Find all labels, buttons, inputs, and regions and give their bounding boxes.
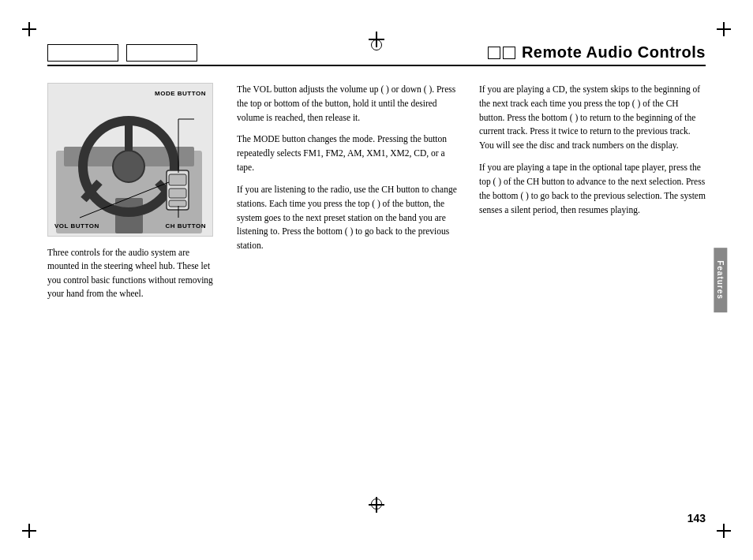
main-content: MODE BUTTON xyxy=(47,83,706,497)
header-tab-2 xyxy=(126,44,197,62)
header: Remote Audio Controls xyxy=(47,43,706,66)
columns-layout: MODE BUTTON xyxy=(47,83,706,497)
corner-mark-tr xyxy=(715,22,731,38)
ch-radio-description: If you are listening to the radio, use t… xyxy=(237,183,463,253)
cd-description: If you are playing a CD, the system skip… xyxy=(479,83,706,153)
header-squares xyxy=(488,47,515,59)
header-tab-1 xyxy=(47,44,118,62)
svg-rect-9 xyxy=(169,174,186,185)
corner-mark-tl xyxy=(22,22,38,38)
header-right: Remote Audio Controls xyxy=(488,43,706,62)
caption-text: Three controls for the audio system are … xyxy=(47,246,221,301)
tape-description: If you are playing a tape in the optiona… xyxy=(479,161,706,217)
features-sidebar-label: Features xyxy=(714,248,728,312)
ch-button-label: CH BUTTON xyxy=(166,222,206,230)
corner-mark-bl xyxy=(22,522,38,538)
svg-rect-10 xyxy=(169,189,186,198)
steering-diagram: MODE BUTTON xyxy=(48,84,212,236)
page-title: Remote Audio Controls xyxy=(522,43,706,62)
mode-description: The MODE button changes the mode. Pressi… xyxy=(237,133,463,174)
header-square-2 xyxy=(503,47,515,59)
diagram-box: MODE BUTTON xyxy=(47,83,213,237)
vol-button-label: VOL BUTTON xyxy=(54,222,99,230)
steering-wheel-svg xyxy=(56,103,202,233)
col-right: If you are playing a CD, the system skip… xyxy=(479,83,706,497)
svg-point-4 xyxy=(113,151,144,182)
corner-mark-br xyxy=(715,522,731,538)
vol-description: The VOL button adjusts the volume up ( )… xyxy=(237,83,463,125)
header-left xyxy=(47,44,197,62)
col-middle: The VOL button adjusts the volume up ( )… xyxy=(237,83,463,497)
mode-button-label: MODE BUTTON xyxy=(155,90,206,97)
header-square-1 xyxy=(488,47,500,59)
crosshair-circle-bottom xyxy=(371,498,382,510)
page-number: 143 xyxy=(687,512,706,525)
col-left: MODE BUTTON xyxy=(47,83,221,497)
svg-rect-11 xyxy=(169,200,186,207)
